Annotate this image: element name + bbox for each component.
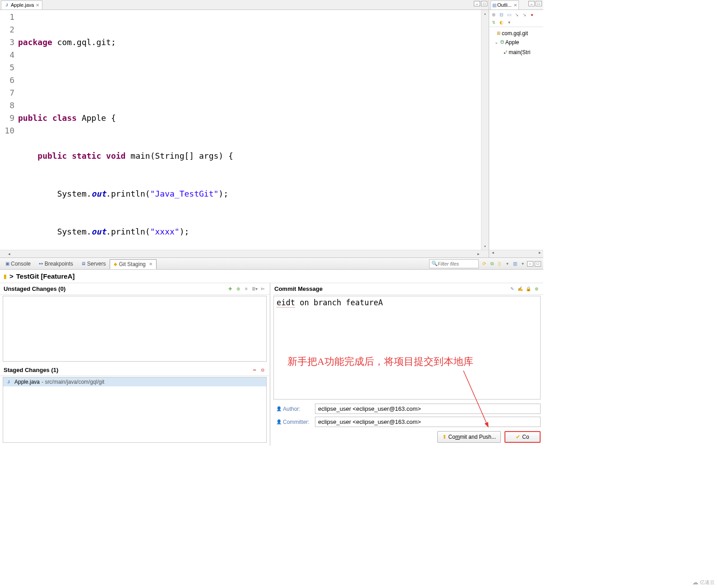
outline-tab[interactable]: ▤ Outli... ✕ [490, 0, 519, 9]
servers-icon: 🖥 [81, 261, 86, 266]
author-input[interactable] [315, 404, 541, 414]
repo-name-bar: ▮ > TestGit [FeatureA] [0, 270, 543, 283]
close-tab-icon[interactable]: ✕ [36, 3, 39, 8]
presentation-icon[interactable]: ≡ [243, 286, 250, 292]
outline-class-item[interactable]: ⌄ Θ Apple [490, 38, 542, 47]
unstage-all-icon[interactable]: ⊖ [259, 367, 266, 373]
staged-file-row[interactable]: J Apple.java - src/main/java/com/gql/git [3, 377, 266, 386]
close-git-staging-icon[interactable]: ✕ [149, 262, 153, 266]
line-number: 5 [0, 61, 14, 74]
commit-msg-header: Commit Message ✎ ✍ 🔒 ⊕ [273, 283, 543, 295]
add-all-icon[interactable]: ⊕ [235, 286, 241, 292]
amend-icon[interactable]: ✎ [509, 286, 515, 292]
stash-icon[interactable]: ▯ [496, 261, 503, 267]
tab-breakpoints-label: Breakpoints [45, 261, 73, 267]
committer-input[interactable] [315, 417, 541, 427]
staged-file-path: - src/main/java/com/gql/git [42, 379, 104, 385]
tab-git-staging[interactable]: ◆ Git Staging ✕ [110, 259, 156, 269]
code-line: public class Apple { [18, 112, 481, 124]
annotation-text: 新手把A功能完成后，将项目提交到本地库 [287, 355, 473, 368]
code-line: System.out.println("Java_TestGit"); [18, 188, 481, 200]
link-icon[interactable]: ↯ [490, 19, 497, 25]
git-staging-icon: ◆ [114, 262, 117, 266]
staged-title: Staged Changes (1) [4, 367, 58, 373]
tab-git-staging-label: Git Staging [119, 261, 145, 267]
tab-servers[interactable]: 🖥 Servers [77, 259, 110, 269]
code-editor[interactable]: 1 2 3 4 5 6 7 8 9 10 package com.gql.git… [0, 10, 489, 250]
hide-fields-icon[interactable]: ↘ [513, 11, 520, 18]
commit-and-push-button[interactable]: ⬆ Commit and Push... [437, 431, 501, 443]
preferences-icon[interactable]: ⊕ [533, 286, 540, 292]
staging-right-pane: Commit Message ✎ ✍ 🔒 ⊕ eidt on branch fe… [271, 283, 543, 446]
search-icon: 🔍 [431, 261, 438, 266]
tab-console-label: Console [11, 261, 31, 267]
unstaged-tools: ✚ ⊕ ≡ ≣▾ ⊨ [227, 286, 266, 292]
menu-icon[interactable]: ▾ [519, 261, 526, 267]
dropdown-icon[interactable]: ▾ [504, 261, 510, 267]
signoff-icon[interactable]: ✍ [517, 286, 523, 292]
tree-icon[interactable]: ⊨ [259, 286, 266, 292]
line-number: 8 [0, 99, 14, 112]
compare-icon[interactable]: ⧉ [489, 261, 495, 267]
columns-icon[interactable]: ▥ [512, 261, 518, 267]
outline-panel: ▤ Outli... ✕ – □ ⊕ ⊟ ▭ ↘ ↘ ● ↯ ◐ ▾ ⊞ com… [489, 0, 543, 257]
maximize-outline-icon[interactable]: □ [536, 1, 542, 6]
collapse-icon[interactable]: ⊟ [498, 11, 504, 18]
line-number: 9 [0, 112, 14, 124]
close-outline-icon[interactable]: ✕ [513, 3, 517, 8]
add-icon[interactable]: ✚ [227, 286, 233, 292]
tab-console[interactable]: ▣ Console [1, 259, 35, 269]
outline-horizontal-scrollbar[interactable] [489, 250, 543, 257]
staged-file-name: Apple.java [14, 379, 40, 385]
changeid-icon[interactable]: 🔒 [525, 286, 532, 292]
minimize-editor-icon[interactable]: – [474, 1, 480, 6]
outline-method-label: main(Stri [509, 48, 530, 57]
tab-breakpoints[interactable]: ●● Breakpoints [35, 259, 77, 269]
unstage-icon[interactable]: ━ [251, 367, 258, 373]
code-line [18, 74, 481, 87]
view-menu-icon[interactable]: ▾ [506, 19, 512, 25]
unstaged-list[interactable] [3, 296, 267, 362]
line-number: 4 [0, 49, 14, 61]
outline-toolbar: ⊕ ⊟ ▭ ↘ ↘ ● ↯ ◐ ▾ [489, 10, 543, 27]
commit-message-input[interactable]: eidt on branch featureA 新手把A功能完成后，将项目提交到… [273, 296, 541, 400]
staging-left-pane: Unstaged Changes (0) ✚ ⊕ ≡ ≣▾ ⊨ Staged C… [0, 283, 271, 446]
staged-list[interactable]: J Apple.java - src/main/java/com/gql/git [3, 377, 267, 443]
outline-class-label: Apple [505, 38, 519, 47]
git-staging-body: Unstaged Changes (0) ✚ ⊕ ≡ ≣▾ ⊨ Staged C… [0, 283, 543, 446]
sort-menu-icon[interactable]: ≣▾ [251, 286, 258, 292]
author-row: 👤 Author: [273, 402, 543, 415]
minimize-outline-icon[interactable]: – [528, 1, 535, 6]
sort-alpha-icon[interactable]: ◐ [498, 19, 504, 25]
focus-icon[interactable]: ⊕ [490, 11, 497, 18]
code-line: public static void main(String[] args) { [18, 150, 481, 162]
editor-tab-apple-java[interactable]: J Apple.java ✕ [1, 0, 42, 9]
commit-button[interactable]: ✔ Co [504, 431, 541, 443]
minimize-view-icon[interactable]: – [527, 261, 533, 266]
expand-icon[interactable]: ⌄ [494, 38, 499, 47]
hide-nonpublic-icon[interactable]: ● [529, 11, 535, 18]
filter-files-box[interactable]: 🔍 [429, 259, 479, 268]
tab-servers-label: Servers [87, 261, 106, 267]
sort-icon[interactable]: ▭ [506, 11, 512, 18]
maximize-editor-icon[interactable]: □ [481, 1, 487, 6]
outline-minmax: – □ [528, 1, 542, 6]
repo-name-label: TestGit [FeatureA] [16, 272, 75, 280]
code-content[interactable]: package com.gql.git; public class Apple … [18, 10, 481, 250]
method-icon: ●s [504, 47, 507, 58]
commit-msg-tools: ✎ ✍ 🔒 ⊕ [509, 286, 540, 292]
refresh-icon[interactable]: ⟳ [481, 261, 487, 267]
hide-static-icon[interactable]: ↘ [521, 11, 527, 18]
outline-package-item[interactable]: ⊞ com.gql.git [490, 29, 542, 38]
horizontal-scrollbar[interactable] [0, 250, 489, 257]
line-number-gutter: 1 2 3 4 5 6 7 8 9 10 [0, 10, 18, 250]
repo-prefix: > [9, 272, 14, 280]
filter-files-input[interactable] [438, 261, 474, 266]
maximize-view-icon[interactable]: □ [535, 261, 541, 266]
committer-label: 👤 Committer: [276, 419, 312, 425]
outline-method-item[interactable]: ●s main(Stri [490, 47, 542, 58]
code-line: package com.gql.git; [18, 36, 481, 49]
vertical-scrollbar[interactable] [481, 10, 489, 250]
line-number: 6 [0, 74, 14, 87]
unstaged-header: Unstaged Changes (0) ✚ ⊕ ≡ ≣▾ ⊨ [0, 283, 269, 295]
